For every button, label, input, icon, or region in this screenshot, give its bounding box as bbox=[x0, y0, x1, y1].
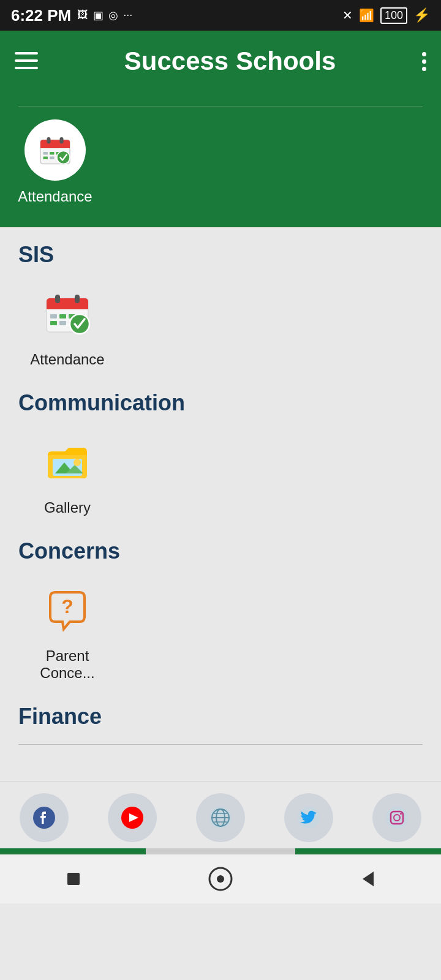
status-bar: 6:22 PM 🖼 ▣ ◎ ··· ✕ 📶 100 ⚡ bbox=[0, 0, 441, 31]
header-section: Attendance bbox=[0, 92, 441, 227]
nav-home-icon bbox=[207, 865, 234, 892]
svg-rect-20 bbox=[50, 314, 57, 318]
attendance-label: Attendance bbox=[30, 351, 104, 368]
svg-rect-6 bbox=[47, 137, 51, 144]
attendance-calendar-icon bbox=[37, 132, 74, 168]
svg-rect-17 bbox=[47, 304, 88, 309]
svg-rect-12 bbox=[43, 157, 48, 160]
svg-rect-24 bbox=[50, 321, 57, 325]
app-title: Success Schools bbox=[124, 47, 336, 76]
gallery-folder-icon bbox=[43, 437, 92, 486]
progress-segment-1 bbox=[0, 848, 146, 854]
charge-icon: ⚡ bbox=[413, 7, 430, 23]
instagram-icon bbox=[385, 805, 409, 830]
gallery-item[interactable]: Gallery bbox=[24, 431, 110, 516]
svg-point-42 bbox=[386, 807, 408, 829]
twitter-button[interactable] bbox=[284, 793, 333, 842]
header-divider bbox=[18, 107, 423, 107]
section-finance-title: Finance bbox=[18, 704, 423, 729]
app-icon-3: ◎ bbox=[108, 9, 118, 22]
bottom-social-bar bbox=[0, 782, 441, 848]
svg-rect-8 bbox=[43, 152, 48, 155]
instagram-button[interactable] bbox=[372, 793, 421, 842]
parent-concern-icon: ? bbox=[37, 579, 98, 640]
svg-rect-25 bbox=[59, 321, 66, 325]
hamburger-menu-icon[interactable] bbox=[15, 48, 38, 75]
svg-rect-18 bbox=[55, 295, 60, 303]
status-time: 6:22 PM bbox=[11, 6, 71, 25]
parent-concern-item[interactable]: ? Parent Conce... bbox=[24, 579, 110, 682]
section-concerns: Concerns ? Parent Conce... bbox=[18, 538, 423, 682]
wifi-icon: 📶 bbox=[359, 8, 374, 23]
twitter-icon bbox=[296, 805, 321, 830]
youtube-button[interactable] bbox=[108, 793, 157, 842]
nav-home-button[interactable] bbox=[202, 861, 239, 897]
nav-stop-button[interactable] bbox=[55, 861, 92, 897]
youtube-icon bbox=[120, 805, 145, 830]
concerns-icon-grid: ? Parent Conce... bbox=[18, 579, 423, 682]
progress-segment-2 bbox=[146, 848, 296, 854]
attendance-item[interactable]: Attendance bbox=[24, 282, 110, 368]
header-attendance-label: Attendance bbox=[18, 188, 92, 205]
section-sis: SIS bbox=[18, 242, 423, 368]
svg-rect-21 bbox=[59, 314, 66, 318]
section-sis-title: SIS bbox=[18, 242, 423, 268]
main-content: SIS bbox=[0, 227, 441, 782]
svg-rect-2 bbox=[15, 67, 38, 69]
svg-point-30 bbox=[74, 459, 81, 466]
svg-point-45 bbox=[400, 813, 402, 815]
battery-x-icon: ✕ bbox=[342, 8, 353, 23]
attendance-calendar-large-icon bbox=[43, 288, 92, 337]
app-bar: Success Schools bbox=[0, 31, 441, 92]
header-attendance-item[interactable]: Attendance bbox=[18, 119, 92, 205]
section-finance: Finance bbox=[18, 704, 423, 745]
svg-text:?: ? bbox=[61, 595, 74, 617]
progress-segment-3 bbox=[295, 848, 441, 854]
facebook-button[interactable] bbox=[20, 793, 69, 842]
web-button[interactable] bbox=[196, 793, 245, 842]
attendance-icon bbox=[37, 282, 98, 344]
svg-rect-1 bbox=[15, 59, 38, 62]
svg-rect-9 bbox=[50, 152, 55, 155]
nav-back-icon bbox=[355, 867, 380, 891]
svg-point-48 bbox=[217, 875, 224, 883]
finance-divider bbox=[18, 744, 423, 745]
app-icon-4: ··· bbox=[123, 9, 132, 22]
svg-point-14 bbox=[57, 151, 70, 164]
parent-concern-label: Parent Conce... bbox=[24, 647, 110, 682]
sis-icon-grid: Attendance bbox=[18, 282, 423, 368]
header-attendance-icon-circle bbox=[24, 119, 86, 181]
app-icon-1: 🖼 bbox=[77, 9, 88, 22]
svg-marker-49 bbox=[363, 872, 374, 886]
nav-back-button[interactable] bbox=[349, 861, 386, 897]
svg-rect-0 bbox=[15, 52, 38, 55]
section-communication-title: Communication bbox=[18, 390, 423, 416]
nav-bar bbox=[0, 854, 441, 903]
app-icon-2: ▣ bbox=[93, 9, 104, 22]
svg-rect-19 bbox=[75, 295, 80, 303]
status-left: 6:22 PM 🖼 ▣ ◎ ··· bbox=[11, 6, 132, 25]
status-right: ✕ 📶 100 ⚡ bbox=[342, 7, 430, 24]
bottom-progress-bar bbox=[0, 848, 441, 854]
gallery-icon bbox=[37, 431, 98, 492]
svg-rect-46 bbox=[67, 873, 80, 885]
question-bubble-icon: ? bbox=[43, 585, 92, 634]
section-concerns-title: Concerns bbox=[18, 538, 423, 564]
battery-level: 100 bbox=[380, 7, 407, 24]
section-communication: Communication bbox=[18, 390, 423, 516]
facebook-icon bbox=[32, 805, 56, 830]
gallery-label: Gallery bbox=[44, 499, 91, 516]
svg-rect-13 bbox=[50, 157, 55, 160]
communication-icon-grid: Gallery bbox=[18, 431, 423, 516]
status-app-icons: 🖼 ▣ ◎ ··· bbox=[77, 9, 132, 22]
globe-icon bbox=[208, 805, 233, 830]
svg-rect-5 bbox=[40, 145, 70, 148]
nav-stop-icon bbox=[61, 867, 86, 891]
svg-rect-7 bbox=[60, 137, 64, 144]
more-options-icon[interactable] bbox=[422, 52, 426, 71]
